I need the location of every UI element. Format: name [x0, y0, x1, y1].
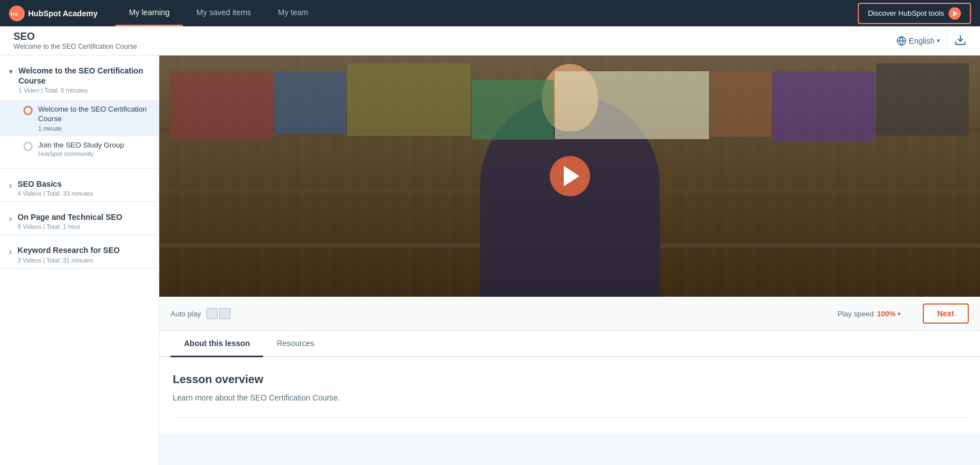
content-area: Auto play Play speed 100% ▾ Next About t… [159, 56, 980, 465]
breadcrumb-left: SEO Welcome to the SEO Certification Cou… [13, 31, 137, 50]
section-meta-keyword: 3 Videos | Total: 31 minutes [17, 257, 119, 264]
sidebar-section-welcome: ▾ Welcome to the SEO Certification Cours… [0, 56, 159, 169]
lesson-info: Welcome to the SEO Certification Course … [38, 105, 150, 132]
section-title-on-page: On Page and Technical SEO [17, 212, 122, 222]
lesson-title-study-group: Join the SEO Study Group [38, 141, 124, 150]
chevron-down-speed-icon: ▾ [898, 311, 900, 317]
breadcrumb-right: English ▾ [896, 33, 967, 49]
tab-resources[interactable]: Resources [263, 331, 328, 357]
lesson-status-dot [24, 106, 33, 115]
nav-my-learning[interactable]: My learning [116, 0, 183, 26]
lesson-overview-section: Lesson overview Learn more about the SEO… [159, 357, 980, 434]
main-nav: My learning My saved items My team [116, 0, 858, 26]
autoplay-label: Auto play [171, 310, 201, 318]
section-title-meta-keyword: Keyword Research for SEO 3 Videos | Tota… [17, 245, 119, 263]
play-speed-selector[interactable]: 100% ▾ [877, 310, 900, 318]
navbar: Hs HubSpot Academy My learning My saved … [0, 0, 980, 26]
play-button[interactable] [550, 156, 590, 196]
toggle-box-2 [219, 308, 231, 319]
autoplay-toggle[interactable] [206, 308, 231, 319]
video-controls-bar: Auto play Play speed 100% ▾ Next [159, 297, 980, 331]
video-player[interactable] [159, 56, 980, 297]
toggle-box-1 [206, 308, 218, 319]
chevron-right-icon: › [9, 181, 12, 191]
sidebar-section-header-keyword-research[interactable]: › Keyword Research for SEO 3 Videos | To… [0, 235, 159, 268]
sidebar-section-header-welcome[interactable]: ▾ Welcome to the SEO Certification Cours… [0, 56, 159, 98]
breadcrumb-bar: SEO Welcome to the SEO Certification Cou… [0, 26, 980, 56]
language-selector[interactable]: English ▾ [896, 36, 940, 46]
lesson-overview-description: Learn more about the SEO Certification C… [173, 392, 967, 404]
chevron-right-icon-on-page: › [9, 214, 12, 224]
lesson-tabs: About this lesson Resources [159, 331, 980, 357]
discover-hubspot-button[interactable]: Discover HubSpot tools [858, 3, 971, 24]
speed-value-text: 100% [877, 310, 895, 318]
vertical-divider [947, 33, 947, 49]
sidebar-section-on-page: › On Page and Technical SEO 8 Videos | T… [0, 202, 159, 235]
chevron-right-icon-keyword: › [9, 247, 12, 257]
chevron-down-icon: ▾ [9, 67, 13, 76]
sidebar: ▾ Welcome to the SEO Certification Cours… [0, 56, 159, 465]
navbar-right: Discover HubSpot tools [858, 3, 971, 24]
svg-text:Hs: Hs [11, 11, 18, 17]
download-icon [954, 34, 967, 46]
sidebar-section-header-on-page[interactable]: › On Page and Technical SEO 8 Videos | T… [0, 202, 159, 234]
section-body-welcome: Welcome to the SEO Certification Course … [0, 98, 159, 168]
hubspot-logo-icon: Hs [9, 6, 25, 21]
lesson-community: HubSpot community [38, 150, 124, 157]
lesson-item-study-group[interactable]: Join the SEO Study Group HubSpot communi… [0, 136, 159, 162]
section-title-meta-on-page: On Page and Technical SEO 8 Videos | Tot… [17, 212, 122, 230]
play-speed-label: Play speed [838, 310, 873, 318]
section-meta-on-page: 8 Videos | Total: 1 hour [17, 223, 122, 230]
section-meta-welcome: 1 Video | Total: 6 minutes [19, 87, 150, 94]
lesson-overview-title: Lesson overview [173, 373, 967, 386]
section-title-seo-basics: SEO Basics [17, 179, 93, 189]
main-layout: ▾ Welcome to the SEO Certification Cours… [0, 56, 980, 465]
section-title-meta-seo-basics: SEO Basics 4 Videos | Total: 33 minutes [17, 179, 93, 197]
nav-my-team[interactable]: My team [265, 0, 322, 26]
lesson-duration: 1 minute [38, 125, 150, 132]
logo[interactable]: Hs HubSpot Academy [9, 6, 98, 21]
section-title-keyword: Keyword Research for SEO [17, 245, 119, 255]
lesson-overview-divider [173, 417, 967, 418]
breadcrumb-top: SEO [13, 31, 137, 43]
lesson-title: Welcome to the SEO Certification Course [38, 105, 150, 124]
nav-my-saved-items[interactable]: My saved items [183, 0, 264, 26]
video-thumbnail [159, 56, 980, 297]
logo-text: HubSpot Academy [28, 9, 98, 18]
discover-btn-label: Discover HubSpot tools [868, 9, 944, 17]
section-meta-seo-basics: 4 Videos | Total: 33 minutes [17, 190, 93, 197]
sidebar-section-header-seo-basics[interactable]: › SEO Basics 4 Videos | Total: 33 minute… [0, 169, 159, 201]
tab-about-lesson[interactable]: About this lesson [171, 331, 263, 357]
lesson-item-welcome-course[interactable]: Welcome to the SEO Certification Course … [0, 100, 159, 136]
globe-icon [896, 36, 907, 46]
section-title-welcome: Welcome to the SEO Certification Course [19, 66, 150, 86]
sidebar-section-seo-basics: › SEO Basics 4 Videos | Total: 33 minute… [0, 169, 159, 202]
section-title-meta: Welcome to the SEO Certification Course … [19, 66, 150, 94]
next-button[interactable]: Next [923, 303, 969, 324]
lesson-status-dot-grey [24, 142, 33, 151]
play-icon [949, 7, 961, 20]
play-speed-section: Play speed 100% ▾ [838, 310, 900, 318]
breadcrumb-sub: Welcome to the SEO Certification Course [13, 43, 137, 50]
sidebar-section-keyword-research: › Keyword Research for SEO 3 Videos | To… [0, 235, 159, 268]
language-label: English [909, 36, 935, 45]
chevron-down-icon: ▾ [937, 37, 940, 44]
lesson-info-study-group: Join the SEO Study Group HubSpot communi… [38, 141, 124, 157]
download-button[interactable] [954, 34, 967, 48]
